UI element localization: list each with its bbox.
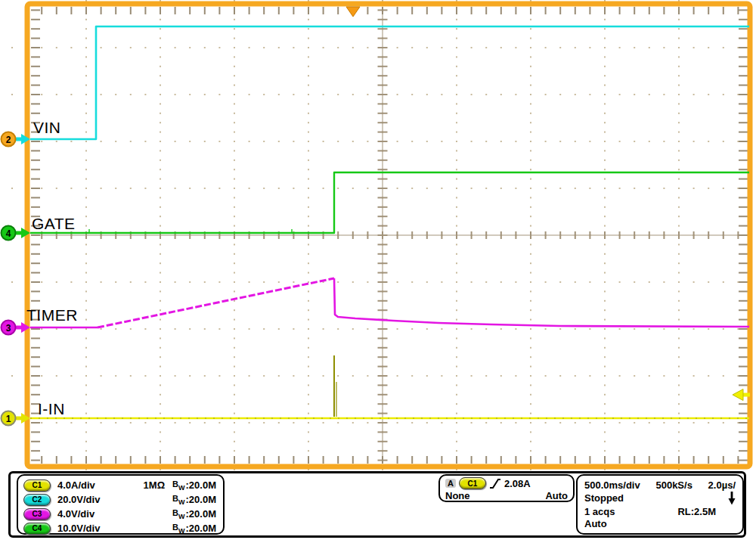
trigger-level-arrow [733, 389, 743, 401]
trace-label-gate: GATE [32, 215, 76, 232]
trace-gate [30, 172, 749, 233]
acq-mode-row: Auto [584, 517, 736, 530]
channel-badge-c2[interactable]: C2 [23, 494, 51, 506]
trigger-mode-row: None Auto [445, 489, 568, 501]
waveform-display: VINGATETIMERI-IN2431 [0, 0, 756, 470]
trace-vin [30, 26, 749, 139]
channel-bandwidth-c2: BW:20.0M [172, 494, 216, 506]
trigger-level: 2.08A [504, 478, 531, 489]
trigger-a-badge: A [445, 479, 456, 488]
channel-marker-number-2: 2 [6, 135, 11, 145]
rising-edge-slope-icon [489, 477, 501, 489]
channel-row-c4: C4 10.0V/div BW:20.0M [23, 521, 216, 535]
channel-badge-c1[interactable]: C1 [23, 479, 51, 492]
readout-bar: C1 4.0A/div 1MΩ BW:20.0M C2 20.0V/div BW… [8, 471, 746, 538]
trigger-holdoff: None [445, 490, 470, 501]
channel-impedance-c1: 1MΩ [132, 479, 165, 491]
trace-timer-detail [334, 278, 749, 327]
channel-row-c3: C3 4.0V/div BW:20.0M [23, 507, 216, 521]
channel-marker-number-1: 1 [6, 414, 11, 424]
trigger-position-marker [346, 7, 360, 17]
down-arrow-icon [728, 492, 736, 505]
trigger-settings-box[interactable]: A C1 2.08A None Auto [438, 474, 575, 502]
channel-scale-c4: 10.0V/div [57, 523, 132, 534]
channel-bandwidth-c4: BW:20.0M [172, 523, 216, 535]
channel-scale-c2: 20.0V/div [57, 494, 132, 505]
acquisition-count: 1 acqs [584, 506, 615, 517]
channel-marker-number-3: 3 [6, 323, 11, 334]
channel-badge-c4[interactable]: C4 [23, 523, 51, 535]
trace-label-timer: TIMER [26, 306, 78, 324]
oscilloscope-screenshot: { "scope": { "frame_color": "#F6A821", "… [0, 0, 756, 543]
channel-row-c1: C1 4.0A/div 1MΩ BW:20.0M [23, 478, 216, 492]
acquisition-status: Stopped [584, 492, 624, 504]
trigger-source-row: A C1 2.08A [445, 477, 568, 489]
trigger-source-badge[interactable]: C1 [459, 477, 486, 489]
acquisition-mode: Auto [584, 518, 607, 529]
channel-settings-box[interactable]: C1 4.0A/div 1MΩ BW:20.0M C2 20.0V/div BW… [17, 474, 225, 535]
timebase-row: 500.0ms/div 500kS/s 2.0µs/ [584, 479, 736, 492]
channel-row-c2: C2 20.0V/div BW:20.0M [23, 492, 216, 507]
record-length: RL:2.5M [677, 506, 716, 517]
resolution: 2.0µs/ [708, 479, 736, 491]
channel-badge-c3[interactable]: C3 [23, 508, 51, 520]
trigger-mode: Auto [545, 490, 568, 501]
sample-rate: 500kS/s [655, 479, 692, 491]
channel-marker-number-4: 4 [6, 228, 11, 239]
acqs-row: 1 acqs RL:2.5M [584, 505, 736, 518]
trace-label-iin: I-IN [38, 400, 65, 417]
timebase-scale: 500.0ms/div [584, 479, 640, 491]
channel-bandwidth-c1: BW:20.0M [172, 479, 216, 492]
channel-scale-c1: 4.0A/div [57, 479, 132, 491]
status-row: Stopped [584, 492, 736, 505]
channel-scale-c3: 4.0V/div [57, 508, 132, 520]
horizontal-settings-box[interactable]: 500.0ms/div 500kS/s 2.0µs/ Stopped 1 acq… [576, 474, 744, 535]
trace-timer-detail [98, 278, 334, 327]
channel-bandwidth-c3: BW:20.0M [172, 508, 216, 520]
trace-label-vin: VIN [33, 119, 61, 136]
